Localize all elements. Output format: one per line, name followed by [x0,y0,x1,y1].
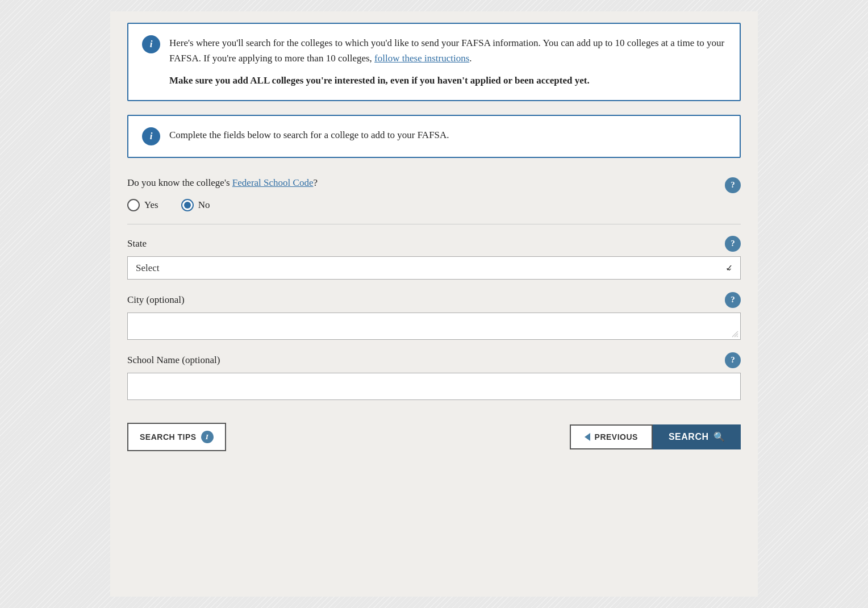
federal-school-code-suffix: ? [313,177,318,188]
no-radio-label[interactable]: No [181,199,210,211]
state-label-row: State ? [127,236,741,252]
search-tips-button[interactable]: SEARCH TIPS i [127,423,226,451]
info-box-2-text-content: Complete the fields below to search for … [169,130,449,140]
info-box-1: i Here's where you'll search for the col… [127,23,741,101]
divider [127,224,741,224]
search-label: SEARCH [669,432,709,442]
info-icon-2-label: i [150,131,153,142]
info-box-1-bold-text: Make sure you add ALL colleges you're in… [169,73,726,88]
no-radio-button[interactable] [181,199,194,211]
right-buttons: PREVIOUS SEARCH 🔍 [570,424,741,449]
federal-school-code-group: Do you know the college's Federal School… [127,177,741,211]
city-input[interactable] [127,313,741,340]
previous-label: PREVIOUS [595,432,638,442]
search-tips-label: SEARCH TIPS [140,432,197,442]
federal-school-code-text: Do you know the college's [127,177,232,188]
info-icon-1-label: i [150,39,153,50]
city-label: City (optional) [127,294,185,306]
federal-school-code-label-row: Do you know the college's Federal School… [127,177,741,193]
follow-instructions-link[interactable]: follow these instructions [374,53,469,64]
info-icon-2: i [142,127,160,145]
school-name-group: School Name (optional) ? [127,352,741,400]
previous-button[interactable]: PREVIOUS [570,424,653,449]
state-group: State ? Select Alabama Alaska Arizona Ca… [127,236,741,280]
school-name-label-row: School Name (optional) ? [127,352,741,368]
federal-school-code-label: Do you know the college's Federal School… [127,177,318,189]
school-name-input-wrapper [127,373,741,400]
search-magnify-icon: 🔍 [713,431,725,442]
no-radio-inner [184,202,191,209]
search-tips-icon-label: i [206,432,209,442]
info-box-2-text: Complete the fields below to search for … [169,127,449,143]
federal-school-code-help-icon[interactable]: ? [725,177,741,193]
city-label-row: City (optional) ? [127,292,741,308]
search-tips-info-icon: i [201,431,214,443]
svg-line-2 [737,336,738,337]
button-row: SEARCH TIPS i PREVIOUS SEARCH 🔍 [127,417,741,451]
city-help-icon[interactable]: ? [725,292,741,308]
search-button[interactable]: SEARCH 🔍 [653,424,741,449]
info-box-1-text: Here's where you'll search for the colle… [169,35,726,89]
school-name-help-icon[interactable]: ? [725,352,741,368]
school-name-label: School Name (optional) [127,355,220,366]
info-icon-1: i [142,35,160,53]
form-section: Do you know the college's Federal School… [127,172,741,457]
state-help-icon[interactable]: ? [725,236,741,252]
no-label: No [198,199,210,211]
city-input-wrapper [127,313,741,340]
main-container: i Here's where you'll search for the col… [110,11,758,597]
school-name-input[interactable] [127,373,741,400]
city-group: City (optional) ? [127,292,741,340]
federal-school-code-link[interactable]: Federal School Code [232,177,314,188]
yes-no-radio-group: Yes No [127,199,741,211]
yes-label: Yes [144,199,158,211]
state-select[interactable]: Select Alabama Alaska Arizona California… [127,256,741,280]
state-label: State [127,238,147,249]
yes-radio-label[interactable]: Yes [127,199,158,211]
city-resize-handle [730,329,739,338]
state-select-wrapper: Select Alabama Alaska Arizona California… [127,256,741,280]
info-box-2: i Complete the fields below to search fo… [127,115,741,158]
previous-arrow-icon [585,433,590,441]
info-box-1-text-part2: . [469,53,471,64]
yes-radio-button[interactable] [127,199,140,211]
